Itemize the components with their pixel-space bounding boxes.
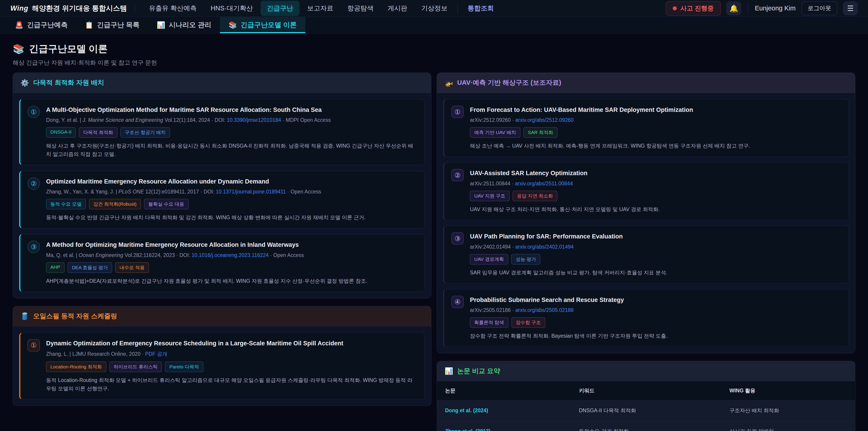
nav-integrated-search[interactable]: 통합조회 (461, 1, 500, 16)
nav-emergency-rescue[interactable]: 긴급구난 (260, 1, 300, 16)
paper-card: ④ Probabilistic Submarine Search and Res… (443, 289, 849, 347)
books-icon: 📚 (228, 21, 237, 29)
arxiv-link[interactable]: arxiv.org/abs/2512.09260 (515, 117, 574, 123)
paper-number-badge: ① (452, 106, 464, 118)
paper-link[interactable]: Dong et al. (2024) (437, 400, 571, 421)
paper-description: 잠수함 구조 전략 확률론적 최적화. Bayesian 탐색 이론 기반 구조… (470, 332, 841, 340)
doi-link[interactable]: 10.3390/jmse12010184 (227, 117, 281, 123)
right-column: 🚁 UAV·예측 기반 해상구조 (보조자료) ① From Forecast … (437, 72, 855, 431)
app-logo: Wing 해양환경 위기대응 통합시스템 (10, 4, 127, 13)
tag: 확률론적 탐색 (470, 317, 508, 328)
paper-link[interactable]: Zhang et al. (2017) (437, 421, 571, 431)
col-paper: 논문 (437, 381, 571, 400)
paper-card: ② Optimized Maritime Emergency Resource … (19, 171, 425, 228)
incident-dot-icon (673, 6, 677, 10)
doi-link[interactable]: 10.1371/journal.pone.0189411 (216, 189, 286, 194)
panel-oil-body: ① Dynamic Optimization of Emergency Reso… (13, 326, 431, 406)
paper-number-badge: ③ (28, 241, 40, 253)
paper-content: Optimized Maritime Emergency Resource Al… (46, 177, 417, 222)
nav-weather-info[interactable]: 기상정보 (415, 1, 454, 16)
arxiv-id: arXiv:2505.02186 · (470, 307, 514, 313)
tag: Pareto 다목적 (165, 362, 203, 372)
arxiv-link[interactable]: arxiv.org/abs/2505.02186 (515, 307, 574, 313)
paper-title: Optimized Maritime Emergency Resource Al… (46, 177, 417, 186)
wing-usage-cell: 구조자산 배치 최적화 (721, 400, 855, 421)
panel-uav-rescue: 🚁 UAV·예측 기반 해상구조 (보조자료) ① From Forecast … (437, 72, 855, 353)
top-navbar: Wing 해양환경 위기대응 통합시스템 유출유 확산예측 HNS·대기확산 긴… (0, 0, 868, 17)
arxiv-link[interactable]: arxiv.org/abs/2402.01494 (515, 244, 574, 250)
paper-meta: arXiv:2402.01494 · arxiv.org/abs/2402.01… (470, 244, 841, 250)
tag: AHP (46, 263, 64, 273)
paper-tags: DNSGA-II 다목적 최적화 구조선·항공기 배치 (46, 127, 417, 137)
nav-spill-prediction[interactable]: 유출유 확산예측 (143, 1, 203, 16)
paper-meta: Zhang, L. | LJMU Research Online, 2020 ·… (46, 350, 417, 358)
paper-number-badge: ① (28, 106, 40, 118)
bell-icon: 🔔 (729, 4, 738, 13)
nav-divider (748, 4, 748, 13)
incident-status-label: 사고 진행중 (680, 4, 714, 13)
arxiv-id: arXiv:2512.09260 · (470, 117, 514, 123)
paper-meta: Dong, Y. et al. | J. Marine Science and … (46, 117, 417, 123)
paper-journal: J. Marine Science and Engineering (83, 117, 163, 123)
paper-meta: arXiv:2512.09260 · arxiv.org/abs/2512.09… (470, 117, 841, 123)
paper-meta: Zhang, W., Yan, X. & Yang, J. | PLoS ONE… (46, 189, 417, 195)
paper-card: ① From Forecast to Action: UAV-Based Mar… (443, 99, 849, 157)
panel-oil-spill: 🛢️ 오일스필 동적 자원 스케줄링 ① Dynamic Optimizatio… (13, 306, 431, 406)
clipboard-icon: 📋 (85, 21, 93, 29)
col-wing-usage: WING 활용 (721, 381, 855, 400)
paper-access: · Open Access (270, 252, 304, 258)
tag: 잠수함 구조 (512, 317, 545, 328)
doi-link[interactable]: 10.1016/j.oceaneng.2023.116224 (192, 252, 269, 258)
tab-rescue-model-theory[interactable]: 📚 긴급구난모델 이론 (220, 17, 305, 33)
table-header-row: 논문 키워드 WING 활용 (437, 381, 855, 400)
tag: 성능 평가 (511, 254, 540, 265)
panel-multi-body: ① A Multi-Objective Optimization Method … (13, 93, 431, 298)
tab-rescue-list[interactable]: 📋 긴급구난 목록 (76, 17, 148, 33)
siren-icon: 🚨 (15, 21, 23, 29)
tag: 응답 지연 최소화 (513, 191, 557, 201)
arxiv-id: arXiv:2402.01494 · (470, 244, 514, 250)
page-header: 📚 긴급구난모델 이론 해상 긴급구난 자원 배치·최적화 이론 및 참고 연구… (0, 33, 868, 72)
tab-label: 긴급구난 목록 (97, 20, 140, 30)
tag: Location-Routing 최적화 (46, 362, 106, 372)
paper-description: 해상 사고 후 구조자원(구조선·항공기) 배치 최적화. 비용·응답시간 동시… (46, 142, 417, 158)
paper-title: A Method for Optimizing Maritime Emergen… (46, 241, 417, 249)
wing-usage-cell: 실시간 자원 재배치 (721, 421, 855, 431)
paper-meta: arXiv:2511.00844 · arxiv.org/abs/2511.00… (470, 181, 841, 187)
paper-content: Dynamic Optimization of Emergency Resour… (46, 339, 417, 393)
app-title: 해양환경 위기대응 통합시스템 (32, 4, 127, 13)
paper-authors: Zhang, W., Yan, X. & Yang, J. | (46, 189, 117, 194)
tab-scenario-management[interactable]: 📊 시나리오 관리 (148, 17, 220, 33)
paper-authors: Dong, Y. et al. | (46, 117, 81, 123)
arxiv-link[interactable]: arxiv.org/abs/2511.00844 (515, 181, 573, 186)
tag: 하이브리드 휴리스틱 (110, 362, 162, 372)
paper-title: Probabilistic Submarine Search and Rescu… (470, 296, 841, 304)
tag: 불확실 수요 대응 (144, 199, 188, 209)
paper-authors: Ma, Q. et al. | (46, 252, 77, 258)
logout-button[interactable]: 로그아웃 (802, 1, 837, 15)
panel-table-header: 📊 논문 비교 요약 (437, 361, 855, 381)
page-title-text: 긴급구난모델 이론 (29, 42, 107, 55)
tag: UAV 경로계획 (470, 254, 508, 265)
hamburger-menu-button[interactable]: ☰ (843, 2, 858, 15)
paper-journal: PLoS ONE (119, 189, 144, 194)
paper-number-badge: ① (28, 339, 40, 351)
left-column: ⚙️ 다목적 최적화 자원 배치 ① A Multi-Objective Opt… (13, 72, 431, 406)
nav-board[interactable]: 게시판 (381, 1, 414, 16)
tag: 강건 최적화(Robust) (89, 199, 141, 209)
page-subtitle: 해상 긴급구난 자원 배치·최적화 이론 및 참고 연구 문헌 (13, 59, 855, 67)
nav-hns-diffusion[interactable]: HNS·대기확산 (204, 1, 259, 16)
paper-meta: arXiv:2505.02186 · arxiv.org/abs/2505.02… (470, 307, 841, 313)
notifications-button[interactable]: 🔔 (726, 2, 741, 15)
nav-aerial-search[interactable]: 항공탐색 (341, 1, 380, 16)
pdf-link[interactable]: PDF 공개 (145, 351, 167, 357)
nav-reports[interactable]: 보고자료 (301, 1, 340, 16)
panel-oil-header: 🛢️ 오일스필 동적 자원 스케줄링 (13, 306, 431, 326)
panel-uav-header: 🚁 UAV·예측 기반 해상구조 (보조자료) (437, 73, 855, 93)
paper-content: A Method for Optimizing Maritime Emergen… (46, 241, 417, 285)
col-keywords: 키워드 (571, 381, 721, 400)
panel-multi-header: ⚙️ 다목적 최적화 자원 배치 (13, 73, 431, 93)
tab-rescue-prediction[interactable]: 🚨 긴급구난예측 (6, 17, 76, 33)
tag: DNSGA-II (46, 127, 76, 137)
paper-tags: 예측 기반 UAV 배치 SAR 최적화 (470, 127, 841, 137)
